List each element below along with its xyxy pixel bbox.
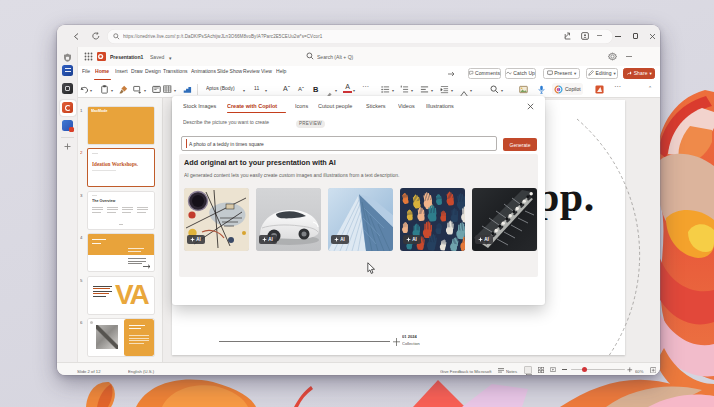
share-button[interactable]: Share ▾ bbox=[623, 68, 655, 79]
address-bar[interactable]: https://onedrive.live.com/:p:/t.DaDKfPsS… bbox=[107, 29, 613, 44]
font-size-select[interactable]: 11 bbox=[254, 86, 259, 92]
presence-icon[interactable] bbox=[447, 70, 455, 78]
new-slide-chevron-icon[interactable]: ▾ bbox=[144, 88, 146, 93]
highlight-chevron-icon[interactable]: ▾ bbox=[335, 88, 337, 93]
generate-button[interactable]: Generate bbox=[503, 138, 537, 151]
dictate-mic-icon[interactable] bbox=[537, 85, 546, 94]
settings-gear-icon[interactable] bbox=[608, 52, 617, 61]
minimize-button[interactable] bbox=[615, 36, 621, 37]
zoom-slider-knob[interactable] bbox=[582, 367, 587, 372]
account-avatar[interactable] bbox=[626, 56, 632, 57]
sample-image-abstract-art[interactable]: AI bbox=[184, 188, 250, 251]
feedback-link[interactable]: Give Feedback to Microsoft bbox=[440, 370, 491, 375]
dialog-tab-stickers[interactable]: Stickers bbox=[366, 103, 386, 109]
back-icon[interactable] bbox=[73, 33, 80, 40]
picture-icon[interactable] bbox=[519, 85, 528, 94]
new-tab-icon[interactable] bbox=[64, 143, 71, 150]
dialog-tab-icons[interactable]: Icons bbox=[295, 103, 308, 109]
maximize-button[interactable] bbox=[633, 33, 639, 39]
tab-design[interactable]: Design bbox=[145, 69, 161, 75]
tab-animations[interactable]: Animations bbox=[191, 69, 216, 75]
align-icon[interactable] bbox=[420, 85, 429, 94]
slide-thumbnail-1[interactable]: MaxMode bbox=[88, 107, 154, 144]
tab-transitions[interactable]: Transitions bbox=[163, 69, 187, 75]
collapse-ribbon-icon[interactable]: ⌃ bbox=[648, 85, 652, 91]
ribbon-overflow-icon[interactable]: ⋯ bbox=[614, 83, 622, 91]
align-chevron-icon[interactable]: ▾ bbox=[431, 88, 433, 93]
tab-file[interactable]: File bbox=[82, 69, 90, 75]
layout-icon[interactable] bbox=[152, 85, 161, 94]
font-name-select[interactable]: Aptos (Body) bbox=[206, 86, 235, 92]
catch-up-button[interactable]: Catch Up bbox=[505, 68, 536, 79]
dialog-tab-stock-images[interactable]: Stock Images bbox=[183, 103, 216, 109]
chart-icon[interactable] bbox=[183, 85, 192, 94]
font-color-icon[interactable]: A bbox=[343, 84, 352, 93]
more-font-options-icon[interactable]: ⋯ bbox=[362, 83, 370, 91]
sample-image-rowing-crew[interactable]: AI bbox=[472, 188, 538, 251]
paste-chevron-icon[interactable]: ▾ bbox=[111, 88, 113, 93]
save-status[interactable]: Saved bbox=[150, 54, 164, 60]
slide-thumbnail-3[interactable]: The Overview bbox=[88, 192, 154, 229]
bold-icon[interactable]: B bbox=[313, 85, 318, 94]
slide-sorter-button[interactable] bbox=[538, 367, 544, 373]
present-button[interactable]: Present ▾ bbox=[543, 68, 580, 79]
bullet-list-icon[interactable] bbox=[381, 85, 390, 94]
language-status[interactable]: English (U.S.) bbox=[128, 370, 154, 375]
extensions-icon[interactable] bbox=[597, 35, 602, 36]
fit-slide-button[interactable] bbox=[650, 367, 657, 374]
dialog-tab-videos[interactable]: Videos bbox=[398, 103, 415, 109]
zoom-level[interactable]: 60% bbox=[635, 370, 643, 375]
editing-button[interactable]: Editing ▾ bbox=[586, 68, 618, 79]
tab-slideshow[interactable]: Slide Show bbox=[217, 69, 242, 75]
app-launcher-icon[interactable] bbox=[84, 52, 93, 61]
format-painter-icon[interactable] bbox=[119, 85, 128, 94]
dialog-tab-create-with-copilot[interactable]: Create with Copilot bbox=[227, 103, 277, 109]
comments-button[interactable]: Comments bbox=[468, 68, 501, 79]
slide-thumbnail-6[interactable] bbox=[88, 319, 154, 356]
document-title[interactable]: Presentation1 bbox=[110, 54, 143, 60]
zoom-out-button[interactable] bbox=[562, 369, 567, 370]
new-slide-icon[interactable] bbox=[133, 85, 142, 94]
tab-view[interactable]: View bbox=[261, 69, 272, 75]
slide-thumbnail-2-selected[interactable]: Ideation Workshops. bbox=[88, 149, 154, 186]
slideshow-view-button[interactable] bbox=[550, 367, 556, 373]
favorites-icon[interactable] bbox=[564, 32, 572, 40]
font-size-chevron-icon[interactable]: ▾ bbox=[265, 88, 267, 93]
bullet-chevron-icon[interactable]: ▾ bbox=[392, 88, 394, 93]
slide-thumbnail-5[interactable]: VA bbox=[88, 277, 154, 314]
numbered-chevron-icon[interactable]: ▾ bbox=[411, 88, 413, 93]
undo-icon[interactable] bbox=[80, 85, 89, 94]
sample-image-hands-illustration[interactable]: AI bbox=[400, 188, 466, 251]
font-color-chevron-icon[interactable]: ▾ bbox=[353, 88, 355, 93]
notes-toggle[interactable]: Notes bbox=[506, 370, 517, 375]
word-app-icon[interactable] bbox=[62, 65, 73, 76]
indent-icon[interactable] bbox=[440, 85, 449, 94]
tab-review[interactable]: Review bbox=[243, 69, 260, 75]
copilot-button[interactable]: Copilot bbox=[552, 83, 583, 95]
tab-insert[interactable]: Insert bbox=[115, 69, 128, 75]
sample-image-concept-car[interactable]: AI bbox=[256, 188, 322, 251]
profile-icon[interactable] bbox=[581, 32, 589, 40]
table-chevron-icon[interactable]: ▾ bbox=[174, 88, 176, 93]
shape-fill-chevron-icon[interactable]: ▾ bbox=[470, 88, 472, 93]
powerpoint-app-icon[interactable] bbox=[62, 102, 73, 113]
numbered-list-icon[interactable] bbox=[400, 85, 409, 94]
prompt-input[interactable]: A photo of a teddy in times square bbox=[181, 136, 497, 151]
shield-icon[interactable] bbox=[63, 53, 72, 62]
shrink-font-icon[interactable]: Aˇ bbox=[298, 86, 304, 92]
find-chevron-icon[interactable]: ▾ bbox=[501, 88, 503, 93]
grow-font-icon[interactable]: Aˆ bbox=[283, 85, 290, 92]
refresh-icon[interactable] bbox=[92, 32, 100, 40]
dialog-tab-cutout-people[interactable]: Cutout people bbox=[318, 103, 352, 109]
zoom-in-button[interactable] bbox=[627, 367, 633, 373]
tab-home[interactable]: Home bbox=[95, 69, 109, 75]
search-box[interactable]: Search (Alt + Q) bbox=[317, 54, 353, 60]
dialog-close-icon[interactable] bbox=[527, 103, 534, 110]
dark-app-icon[interactable] bbox=[62, 83, 73, 94]
find-icon[interactable] bbox=[490, 85, 499, 94]
undo-chevron-icon[interactable]: ▾ bbox=[90, 88, 92, 93]
font-name-chevron-icon[interactable]: ▾ bbox=[243, 88, 245, 93]
indent-chevron-icon[interactable]: ▾ bbox=[451, 88, 453, 93]
normal-view-button[interactable] bbox=[524, 366, 532, 374]
zoom-slider-track[interactable] bbox=[571, 369, 625, 370]
